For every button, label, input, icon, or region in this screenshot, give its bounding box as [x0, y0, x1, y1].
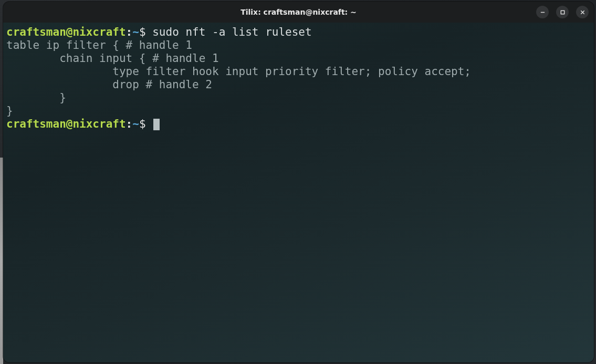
- close-icon: [580, 9, 585, 15]
- maximize-icon: [560, 9, 566, 15]
- svg-rect-1: [561, 11, 564, 14]
- output-line: drop # handle 2: [6, 78, 591, 91]
- command-text: sudo nft -a list ruleset: [152, 26, 311, 38]
- terminal-line: craftsman@nixcraft:~$ sudo nft -a list r…: [6, 26, 591, 39]
- prompt-path: ~: [132, 26, 139, 38]
- prompt-colon: :: [126, 26, 133, 38]
- prompt-dollar: $: [139, 26, 146, 38]
- output-line: }: [6, 91, 591, 105]
- window-controls: [536, 6, 589, 18]
- output-line: type filter hook input priority filter; …: [6, 65, 591, 78]
- output-line: chain input { # handle 1: [6, 52, 591, 65]
- terminal-line: craftsman@nixcraft:~$: [6, 118, 591, 131]
- maximize-button[interactable]: [556, 6, 569, 18]
- prompt-user-host: craftsman@nixcraft: [6, 26, 126, 38]
- output-line: }: [6, 105, 591, 118]
- window-title: Tilix: craftsman@nixcraft: ~: [241, 8, 357, 16]
- prompt-path: ~: [132, 118, 139, 130]
- terminal-viewport[interactable]: craftsman@nixcraft:~$ sudo nft -a list r…: [3, 23, 594, 362]
- window-titlebar[interactable]: Tilix: craftsman@nixcraft: ~: [3, 2, 594, 23]
- output-line: table ip filter { # handle 1: [6, 39, 591, 52]
- minimize-icon: [540, 9, 546, 15]
- terminal-window: Tilix: craftsman@nixcraft: ~ craftsman@n…: [3, 2, 594, 362]
- prompt-user-host: craftsman@nixcraft: [6, 118, 126, 130]
- minimize-button[interactable]: [536, 6, 549, 18]
- close-button[interactable]: [576, 6, 589, 18]
- prompt-dollar: $: [139, 118, 146, 130]
- terminal-cursor: [153, 119, 160, 130]
- prompt-colon: :: [126, 118, 133, 130]
